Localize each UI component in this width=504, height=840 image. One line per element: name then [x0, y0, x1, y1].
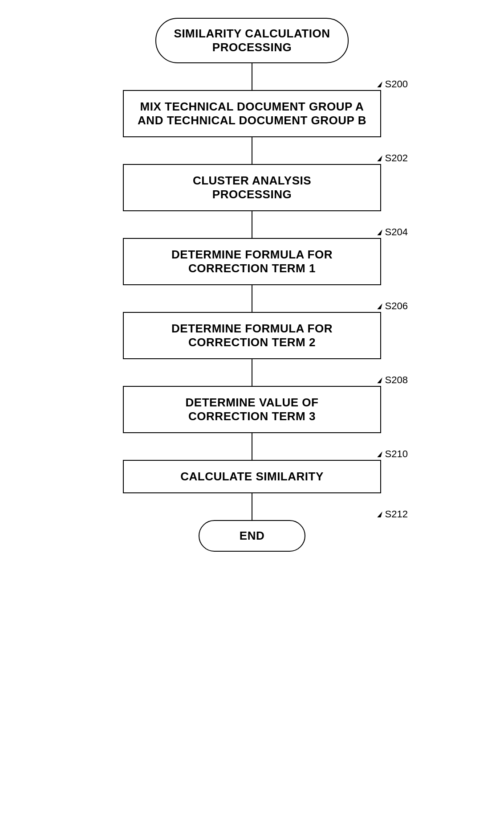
- start-node: SIMILARITY CALCULATIONPROCESSING: [155, 18, 349, 63]
- connector-4: [252, 285, 253, 312]
- label-s210: S210: [378, 448, 408, 460]
- label-s206: S206: [378, 300, 408, 312]
- step-s210: CALCULATE SIMILARITY: [123, 460, 381, 493]
- label-s202: S202: [378, 152, 408, 164]
- label-s208: S208: [378, 374, 408, 386]
- label-s212: S212: [378, 508, 408, 520]
- step-s208: DETERMINE VALUE OFCORRECTION TERM 3: [123, 386, 381, 433]
- connector-2: [252, 137, 253, 164]
- connector-7: [252, 493, 253, 520]
- label-s200: S200: [378, 78, 408, 90]
- step-s202: CLUSTER ANALYSISPROCESSING: [123, 164, 381, 211]
- label-s204: S204: [378, 226, 408, 238]
- end-node: END: [199, 520, 305, 552]
- step-s200: MIX TECHNICAL DOCUMENT GROUP AAND TECHNI…: [123, 90, 381, 137]
- step-s204: DETERMINE FORMULA FORCORRECTION TERM 1: [123, 238, 381, 285]
- step-s206: DETERMINE FORMULA FORCORRECTION TERM 2: [123, 312, 381, 359]
- connector-5: [252, 359, 253, 386]
- connector-6: [252, 433, 253, 460]
- connector-1: [252, 63, 253, 90]
- flowchart: SIMILARITY CALCULATIONPROCESSING S200 MI…: [83, 18, 421, 552]
- connector-3: [252, 211, 253, 238]
